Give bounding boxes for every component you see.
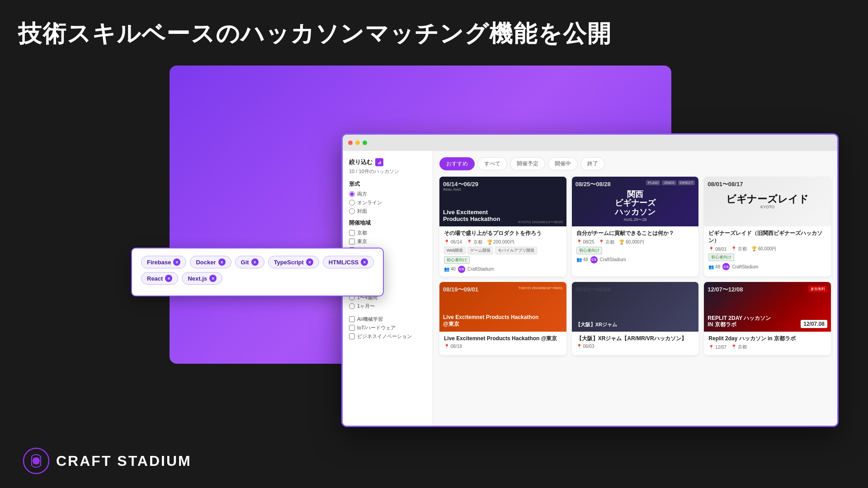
skill-tag-docker-remove[interactable]: × [218,258,226,266]
browser-close-dot [348,141,353,145]
card2-body: 自分がチームに貢献できることは何か？ 📍 08/25 📍 京都 🏆 60,000… [572,226,699,267]
format-radio-both[interactable]: 両方 [349,191,426,197]
card5-date: 📍 06/03 [576,344,594,349]
card6-date: 📍 12/07 [708,345,726,350]
tab-ongoing[interactable]: 開催中 [548,157,578,170]
skill-tags-row-1: Firebase × Docker × Git × TypeScript × H… [141,256,374,268]
card1-img-title: Live ExcitementProducts Hackathon [443,209,500,223]
skill-tag-nextjs-remove[interactable]: × [209,275,217,282]
card1-tag-web: Web開発 [444,247,466,254]
card6-img-title: REPLIT 2DAY ハッカソンIN 京都ラボ [708,315,771,328]
skill-tag-git[interactable]: Git × [235,256,264,268]
craft-stadium-logo-icon [23,447,50,474]
card2-meta: 📍 08/25 📍 京都 🏆 60,000円 [576,239,694,245]
card2-tags: 初心者向け [576,247,694,254]
card1-prize: 🏆 200,000円 [487,239,514,245]
filter-icon[interactable]: ⊿ [375,158,383,166]
tab-bar: おすすめ すべて 開催予定 開催中 終了 [439,157,831,170]
card3-footer: 👥 48 CS CraftStadium [708,263,826,270]
tech-ai[interactable]: AI/機械学習 [349,316,426,323]
card1-organizer: CraftStadium [467,267,494,272]
skill-tag-react-remove[interactable]: × [165,275,172,282]
browser-minimize-dot [355,141,360,145]
card1-tag-game: ゲーム開発 [467,247,493,254]
card6-date-range: 12/07〜12/08 [708,286,743,294]
skill-tag-firebase[interactable]: Firebase × [141,256,186,268]
card2-location: 📍 京都 [599,239,614,245]
card3-title: ビギナーズレイド（旧関西ビギナーズハッカソン） [708,230,826,244]
card2-participants: 👥 48 [576,257,588,262]
card6-date-badge: 12/07.08 [801,320,827,328]
card5-body: 【大阪】XRジャム【AR/MR/VRハッカソン】 📍 06/03 [572,332,699,354]
card6-location: 📍 京都 [731,344,747,350]
card1-badge: REAL RAD [443,188,461,192]
tab-recommended[interactable]: おすすめ [439,157,475,170]
browser-content: 絞り込む ⊿ 10 / 10件のハッカソン 形式 両方 オンライン 対面 開 [343,151,837,426]
tech-iot[interactable]: IoT/ハードウェア [349,324,426,331]
card4-img-sub: TOKYO 2024/08/18〜09/01 [519,286,563,291]
card1-meta: 📍 06/14 📍 京都 🏆 200,000円 [444,239,562,245]
skill-tag-firebase-remove[interactable]: × [173,258,180,266]
main-content: おすすめ すべて 開催予定 開催中 終了 06/14〜06/29 REAL RA… [433,151,837,426]
skill-tag-typescript[interactable]: TypeScript × [268,256,319,268]
skill-tag-docker[interactable]: Docker × [190,256,231,268]
tab-upcoming[interactable]: 開催予定 [510,157,545,170]
skill-tags-row-2: React × Next.js × [141,272,374,285]
region-kyoto[interactable]: 京都 [349,230,426,236]
tab-all[interactable]: すべて [477,157,507,170]
region-section-title: 開催地域 [349,219,426,227]
hackathon-card-3[interactable]: 08/01〜08/17 ビギナーズレイド KYOTO ビギナーズレイド（旧関西ビ… [704,177,831,277]
filter-header: 絞り込む ⊿ [349,158,426,166]
hackathon-card-1[interactable]: 06/14〜06/29 REAL RAD Live ExcitementProd… [439,177,566,277]
card2-title: 自分がチームに貢献できることは何か？ [576,230,694,237]
format-radio-online[interactable]: オンライン [349,199,426,206]
card4-date: 📍 08/19 [444,344,462,349]
card2-sponsors: PLAID JINEN DIRECT [646,180,695,185]
browser-window: 絞り込む ⊿ 10 / 10件のハッカソン 形式 両方 オンライン 対面 開 [341,133,839,427]
card6-meta: 📍 12/07 📍 京都 [708,344,826,350]
card1-tag-mobile: モバイルアプリ開発 [495,247,537,254]
filter-label: 絞り込む [349,158,373,166]
format-section-title: 形式 [349,180,426,188]
region-tokyo[interactable]: 東京 [349,238,426,245]
card4-body: Live Excitemnet Products Hackathon @東京 📍… [439,332,566,354]
hackathon-card-5[interactable]: 06/03〜06/04 【大阪】XRジャム 【大阪】XRジャム【AR/MR/VR… [572,282,699,356]
skill-tag-nextjs[interactable]: Next.js × [182,272,222,285]
tab-ended[interactable]: 終了 [580,157,605,170]
hackathon-cards-grid: 06/14〜06/29 REAL RAD Live ExcitementProd… [439,177,831,355]
card2-avatar: CS [590,256,598,263]
browser-maximize-dot [363,141,367,145]
skill-tag-react[interactable]: React × [141,272,178,285]
card6-body: Replit 2day ハッカソン in 京都ラボ 📍 12/07 📍 京都 [704,332,831,356]
hackathon-card-4[interactable]: 08/19〜09/01 Live Excitemnet Products Hac… [439,282,566,356]
card2-footer: 👥 48 CS CraftStadium [576,256,694,263]
card4-date-range: 08/19〜09/01 [443,286,478,294]
logo-text: CRAFT STADIUM [56,453,192,469]
tech-business[interactable]: ビジネスイノベーション [349,333,426,340]
format-radio-inperson[interactable]: 対面 [349,208,426,215]
skill-tags-panel: Firebase × Docker × Git × TypeScript × H… [131,248,384,296]
card4-title: Live Excitemnet Products Hackathon @東京 [444,335,562,343]
period-radio-1month[interactable]: 1ヶ月〜 [349,303,426,310]
skill-tag-htmlcss[interactable]: HTML/CSS × [323,256,374,268]
card1-avatar: CS [458,266,465,273]
card1-img-sub: KYOTO 2024/06/14〜06/29 [519,220,563,225]
skill-tag-git-remove[interactable]: × [251,258,259,266]
page-title: 技術スキルベースのハッカソンマッチング機能を公開 [18,18,612,50]
card5-title: 【大阪】XRジャム【AR/MR/VRハッカソン】 [576,335,694,343]
card2-date-range: 08/25〜08/28 [576,180,611,188]
skill-tag-htmlcss-remove[interactable]: × [361,258,368,266]
card2-date: 📍 08/25 [576,239,594,244]
skill-tag-typescript-remove[interactable]: × [306,258,313,266]
card3-meta: 📍 08/01 📍 京都 🏆 60,000円 [708,246,826,252]
card1-location: 📍 京都 [467,239,482,245]
card3-date: 📍 08/01 [708,247,726,252]
logo-area: CRAFT STADIUM [23,447,192,474]
hackathon-count: 10 / 10件のハッカソン [349,168,426,175]
card5-img-title: 【大阪】XRジャム [576,321,617,328]
card3-participants: 👥 48 [708,264,720,269]
card1-participants: 👥 40 [444,267,456,272]
hackathon-card-2[interactable]: 08/25〜08/28 関西ビギナーズハッカソン AUG.25〜28 PLAID… [572,177,699,277]
card4-img-title: Live Excitemnet Products Hackathon@東京 [443,314,538,328]
hackathon-card-6[interactable]: 12/07〜12/08 参加無料 REPLIT 2DAY ハッカソンIN 京都ラ… [704,282,831,356]
